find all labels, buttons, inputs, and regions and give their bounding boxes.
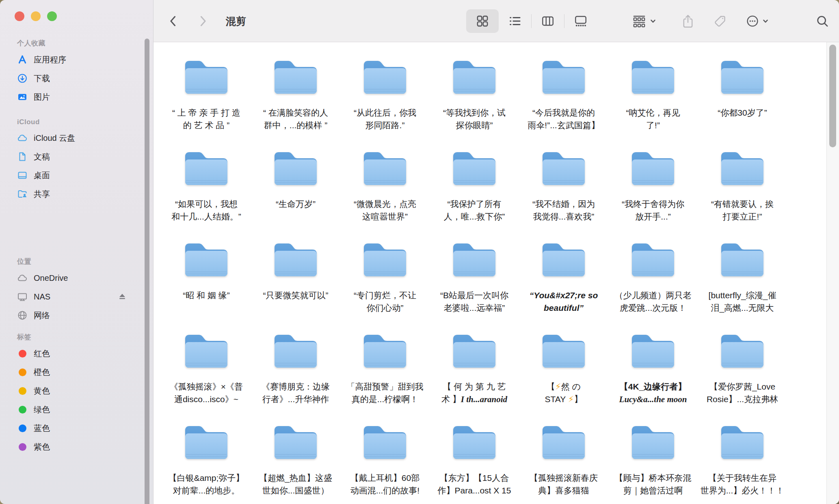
column-view-button[interactable] xyxy=(532,9,564,33)
group-menu-button[interactable] xyxy=(632,14,656,28)
folder-item[interactable]: 【孤独摇滚新春庆典】喜多猫猫 xyxy=(519,423,608,504)
folder-item[interactable]: “我保护了所有人，唯...救下你” xyxy=(430,149,519,240)
folder-item[interactable]: 【顾与】桥本环奈混剪｜她曾活过啊 xyxy=(608,423,698,504)
sidebar-item-shared[interactable]: 共享 xyxy=(0,185,153,203)
folder-item[interactable]: 【 何 为 第 九 艺术 】I th...aranoid xyxy=(430,332,519,423)
folder-icon xyxy=(718,240,766,279)
folder-item[interactable]: 【⚡然 のSTAY ⚡】 xyxy=(519,332,608,423)
folder-item[interactable]: （少儿频道）两只老虎爱跳...次元版！ xyxy=(608,240,698,332)
folder-icon xyxy=(272,423,320,462)
folder-item[interactable]: “生命万岁” xyxy=(251,149,340,240)
folder-name: 【超燃_热血】这盛世如你...国盛世） xyxy=(259,472,332,497)
folder-item[interactable]: “You&#x27;re sobeautiful” xyxy=(519,240,608,332)
folder-name: “专门剪烂，不让你们心动” xyxy=(354,289,416,314)
sidebar-item-downloads[interactable]: 下载 xyxy=(0,69,153,88)
folder-item[interactable]: “我不结婚，因为我觉得...喜欢我” xyxy=(519,149,608,240)
folder-icon xyxy=(361,149,409,188)
zoom-button[interactable] xyxy=(47,11,57,21)
folder-item[interactable]: 《孤独摇滚》×《普通disco...isco》~ xyxy=(162,332,251,423)
more-actions-button[interactable] xyxy=(746,14,769,28)
chevron-down-icon xyxy=(762,18,769,24)
sidebar-scrollbar[interactable] xyxy=(145,39,149,504)
folder-item[interactable]: “微微晨光，点亮这喧嚣世界” xyxy=(340,149,430,240)
folder-item[interactable]: 【4K_边缘行者】Lucy&a...the moon xyxy=(608,332,698,423)
folder-item[interactable]: “等我找到你，试探你眼睛” xyxy=(430,58,519,149)
folder-name: 【关于我转生在异世界为...】必火！！！ xyxy=(701,472,785,497)
gallery-view-button[interactable] xyxy=(564,9,597,33)
sidebar-item-tag-yellow[interactable]: 黄色 xyxy=(0,381,153,400)
folder-icon xyxy=(540,149,588,188)
folder-item[interactable]: “今后我就是你的雨伞!”...玄武国篇】 xyxy=(519,58,608,149)
window-title: 混剪 xyxy=(226,14,246,28)
desktop-icon xyxy=(16,169,28,181)
share-button[interactable] xyxy=(681,14,694,28)
sidebar-item-tag-red[interactable]: 红色 xyxy=(0,344,153,363)
content-scrollbar-thumb[interactable] xyxy=(829,45,836,147)
folder-item[interactable]: 【关于我转生在异世界为...】必火！！！ xyxy=(698,423,787,504)
folder-item[interactable]: 【戴上耳机】60部动画混...们的故事! xyxy=(340,423,430,504)
sidebar-item-label: 绿色 xyxy=(34,404,50,415)
tag-button[interactable] xyxy=(713,14,727,28)
tag-color-dot xyxy=(16,441,28,453)
folder-content: “ 上 帝 亲 手 打 造的 艺 术 品 ”“ 在满脸笑容的人群中，...的模样… xyxy=(154,42,839,504)
folder-item[interactable]: “你都30岁了” xyxy=(698,58,787,149)
forward-button[interactable] xyxy=(197,14,209,28)
folder-item[interactable]: [butterfly_综漫_催泪_高燃...无限大 xyxy=(698,240,787,332)
folder-item[interactable]: “如果可以，我想和十几...人结婚。” xyxy=(162,149,251,240)
folder-icon xyxy=(718,149,766,188)
tag-color-dot xyxy=(16,347,28,360)
folder-name: 【顾与】桥本环奈混剪｜她曾活过啊 xyxy=(615,472,692,497)
sidebar-item-tag-purple[interactable]: 紫色 xyxy=(0,437,153,456)
eject-icon[interactable] xyxy=(117,292,127,302)
folder-name: “今后我就是你的雨伞!”...玄武国篇】 xyxy=(528,106,599,131)
folder-item[interactable]: “B站最后一次叫你老婆啦...远幸福” xyxy=(430,240,519,332)
sidebar-item-tag-orange[interactable]: 橙色 xyxy=(0,363,153,381)
sidebar-item-documents[interactable]: 文稿 xyxy=(0,147,153,166)
list-view-button[interactable] xyxy=(499,9,531,33)
sidebar-item-label: OneDrive xyxy=(34,274,68,283)
folder-item[interactable]: 【超燃_热血】这盛世如你...国盛世） xyxy=(251,423,340,504)
folder-item[interactable]: “只要微笑就可以” xyxy=(251,240,340,332)
back-button[interactable] xyxy=(167,14,179,28)
folder-icon xyxy=(718,332,766,370)
folder-item[interactable]: 【爱你罗茜_LoveRosie】...克拉弗林 xyxy=(698,332,787,423)
sidebar-item-pictures[interactable]: 图片 xyxy=(0,88,153,106)
tag-color-dot xyxy=(16,385,28,397)
folder-item[interactable]: “我终于舍得为你放开手...” xyxy=(608,149,698,240)
sidebar-item-applications[interactable]: 应用程序 xyxy=(0,50,153,69)
folder-name: [butterfly_综漫_催泪_高燃...无限大 xyxy=(709,289,776,314)
folder-name: “如果可以，我想和十几...人结婚。” xyxy=(171,198,241,223)
sidebar-item-icloud-drive[interactable]: iCloud 云盘 xyxy=(0,129,153,147)
sidebar-item-label: 共享 xyxy=(34,189,50,200)
folder-item[interactable]: 《赛博朋克：边缘行者》...升华神作 xyxy=(251,332,340,423)
sidebar-item-tag-green[interactable]: 绿色 xyxy=(0,400,153,419)
folder-grid: “ 上 帝 亲 手 打 造的 艺 术 品 ”“ 在满脸笑容的人群中，...的模样… xyxy=(154,42,839,504)
sidebar-item-onedrive[interactable]: OneDrive xyxy=(0,269,153,287)
folder-item[interactable]: “从此往后，你我形同陌路.” xyxy=(340,58,430,149)
folder-icon xyxy=(629,58,677,97)
folder-item[interactable]: “昭 和 姻 缘” xyxy=(162,240,251,332)
folder-item[interactable]: “呐艾伦，再见了!” xyxy=(608,58,698,149)
folder-item[interactable]: “有错就要认，挨打要立正!” xyxy=(698,149,787,240)
sidebar-item-desktop[interactable]: 桌面 xyxy=(0,166,153,185)
search-button[interactable] xyxy=(815,14,829,28)
folder-item[interactable]: 「高甜预警」甜到我真的是...柠檬啊！ xyxy=(340,332,430,423)
more-icon xyxy=(746,14,759,28)
sidebar-item-network[interactable]: 网络 xyxy=(0,306,153,325)
content-scrollbar-track[interactable] xyxy=(826,42,839,504)
icon-view-button[interactable] xyxy=(466,9,499,33)
sidebar-item-nas[interactable]: NAS xyxy=(0,287,153,306)
folder-icon xyxy=(540,240,588,279)
close-button[interactable] xyxy=(15,11,24,21)
folder-item[interactable]: “ 在满脸笑容的人群中，...的模样 ” xyxy=(251,58,340,149)
folder-item[interactable]: “专门剪烂，不让你们心动” xyxy=(340,240,430,332)
document-icon xyxy=(16,151,28,163)
folder-item[interactable]: “ 上 帝 亲 手 打 造的 艺 术 品 ” xyxy=(162,58,251,149)
folder-item[interactable]: 【东方】【15人合作】Para...ost X 15 xyxy=(430,423,519,504)
folder-icon xyxy=(182,58,230,97)
minimize-button[interactable] xyxy=(31,11,41,21)
folder-item[interactable]: 【白银&amp;弥子】对前辈...的地步。 xyxy=(162,423,251,504)
folder-name: “我终于舍得为你放开手...” xyxy=(622,198,684,223)
sidebar-item-label: 下载 xyxy=(34,73,50,84)
sidebar-item-tag-blue[interactable]: 蓝色 xyxy=(0,419,153,437)
